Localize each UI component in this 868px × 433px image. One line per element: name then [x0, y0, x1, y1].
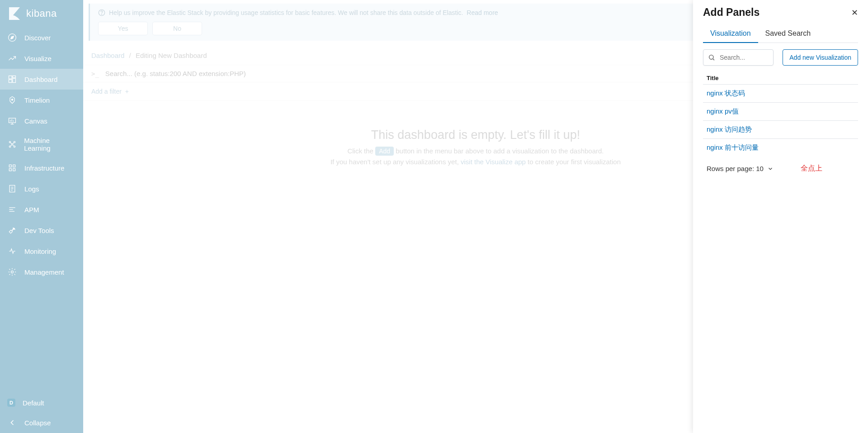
sidebar-item-canvas[interactable]: Canvas	[0, 110, 83, 131]
plus-icon: +	[125, 88, 129, 95]
svg-rect-25	[13, 169, 15, 171]
rows-per-page-selector[interactable]: Rows per page: 10	[707, 165, 774, 172]
sidebar-item-logs[interactable]: Logs	[0, 178, 83, 199]
sidebar-label: Infrastructure	[24, 164, 64, 172]
svg-rect-7	[9, 118, 16, 123]
sidebar-item-monitoring[interactable]: Monitoring	[0, 241, 83, 262]
viz-item[interactable]: nginx 前十访问量	[703, 138, 858, 157]
infrastructure-icon	[7, 163, 17, 173]
sidebar-label: Dev Tools	[24, 227, 54, 234]
callout-yes-button[interactable]: Yes	[98, 22, 148, 35]
sidebar: kibana Discover Visualize Dashboard Time…	[0, 0, 83, 433]
svg-marker-1	[11, 36, 14, 39]
sidebar-label: Dashboard	[24, 76, 57, 83]
table-header-title: Title	[703, 72, 858, 84]
timelion-icon	[7, 95, 17, 105]
svg-rect-22	[9, 165, 11, 167]
svg-line-21	[12, 145, 14, 146]
viz-item[interactable]: nginx 状态码	[703, 84, 858, 102]
breadcrumb-current: Editing New Dashboard	[136, 52, 207, 59]
svg-rect-2	[9, 76, 12, 79]
sidebar-item-collapse[interactable]: Collapse	[0, 412, 83, 433]
collapse-icon	[7, 418, 17, 428]
dashboard-icon	[7, 74, 17, 84]
ml-icon	[7, 139, 17, 149]
sidebar-item-discover[interactable]: Discover	[0, 27, 83, 48]
sidebar-label: Visualize	[24, 55, 52, 62]
sidebar-label: Canvas	[24, 117, 47, 125]
apm-icon	[7, 205, 17, 214]
sidebar-item-ml[interactable]: Machine Learning	[0, 131, 83, 157]
close-icon[interactable]: ✕	[851, 8, 858, 18]
svg-line-18	[10, 143, 11, 144]
svg-rect-4	[13, 78, 16, 82]
sidebar-item-apm[interactable]: APM	[0, 199, 83, 220]
canvas-icon	[7, 116, 17, 126]
flyout-search-input[interactable]	[720, 54, 769, 61]
sidebar-label: APM	[24, 206, 39, 214]
sidebar-item-infrastructure[interactable]: Infrastructure	[0, 157, 83, 178]
svg-line-19	[12, 143, 14, 144]
sidebar-label: Default	[23, 399, 44, 407]
callout-no-button[interactable]: No	[152, 22, 202, 35]
red-annotation: 全点上	[801, 164, 822, 173]
logs-icon	[7, 184, 17, 194]
svg-point-35	[101, 14, 102, 14]
compass-icon	[7, 33, 17, 43]
search-icon	[708, 54, 715, 61]
svg-rect-3	[13, 76, 16, 78]
sidebar-nav: Discover Visualize Dashboard Timelion Ca…	[0, 27, 83, 433]
heartbeat-icon	[7, 246, 17, 256]
sidebar-item-devtools[interactable]: Dev Tools	[0, 220, 83, 241]
flyout-title: Add Panels	[703, 6, 760, 19]
callout-message: Help us improve the Elastic Stack by pro…	[109, 9, 463, 16]
add-pill: Add	[375, 147, 394, 156]
flyout-tabs: Visualization Saved Search	[703, 25, 858, 43]
sidebar-item-default[interactable]: D Default	[0, 393, 83, 412]
viz-item[interactable]: nginx pv值	[703, 102, 858, 120]
sidebar-label: Discover	[24, 34, 51, 42]
sidebar-label: Logs	[24, 185, 39, 193]
sidebar-item-management[interactable]: Management	[0, 262, 83, 282]
tab-visualization[interactable]: Visualization	[703, 25, 758, 43]
chevron-down-icon	[767, 166, 774, 172]
breadcrumb-root[interactable]: Dashboard	[91, 52, 124, 59]
gear-icon	[7, 267, 17, 277]
breadcrumb-separator: /	[129, 52, 131, 59]
add-panels-flyout: Add Panels ✕ Visualization Saved Search …	[693, 0, 868, 433]
breadcrumb: Dashboard / Editing New Dashboard	[91, 52, 207, 59]
sidebar-label: Monitoring	[24, 247, 56, 255]
svg-line-37	[713, 59, 714, 60]
svg-rect-24	[9, 169, 11, 171]
flyout-search-field[interactable]	[703, 49, 774, 66]
svg-point-36	[709, 55, 713, 59]
add-visualization-button[interactable]: Add new Visualization	[783, 49, 858, 66]
svg-line-20	[10, 145, 11, 146]
svg-rect-23	[13, 165, 15, 167]
rows-per-page-label: Rows per page: 10	[707, 165, 764, 172]
query-prefix: >_	[91, 70, 99, 77]
svg-rect-5	[9, 80, 12, 83]
viz-item[interactable]: nginx 访问趋势	[703, 120, 858, 138]
wrench-icon	[7, 225, 17, 235]
tab-saved-search[interactable]: Saved Search	[758, 25, 818, 43]
sidebar-label: Collapse	[24, 419, 51, 427]
add-filter-label: Add a filter	[91, 88, 122, 95]
brand-name: kibana	[26, 8, 57, 19]
svg-point-6	[11, 99, 13, 100]
default-badge: D	[7, 399, 15, 407]
chart-icon	[7, 53, 17, 63]
callout-readmore-link[interactable]: Read more	[467, 9, 498, 16]
brand-logo[interactable]: kibana	[0, 0, 83, 27]
sidebar-label: Management	[24, 268, 64, 276]
svg-point-33	[11, 271, 14, 273]
visit-visualize-link[interactable]: visit the Visualize app	[461, 158, 526, 166]
sidebar-label: Machine Learning	[24, 137, 76, 152]
sidebar-item-dashboard[interactable]: Dashboard	[0, 69, 83, 90]
help-icon	[98, 9, 105, 16]
sidebar-item-visualize[interactable]: Visualize	[0, 48, 83, 69]
sidebar-label: Timelion	[24, 96, 50, 104]
sidebar-item-timelion[interactable]: Timelion	[0, 90, 83, 110]
kibana-logo-icon	[7, 6, 22, 21]
